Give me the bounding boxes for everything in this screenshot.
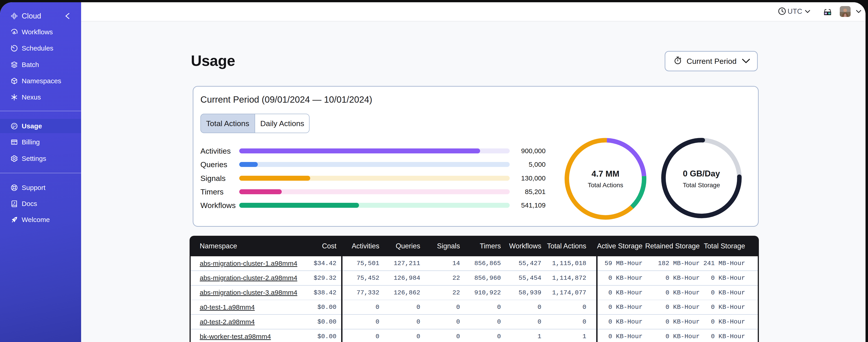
- svg-text:0 GB/Day: 0 GB/Day: [683, 169, 720, 178]
- svg-text:4.7 MM: 4.7 MM: [591, 169, 619, 178]
- svg-text:Total Storage: Total Storage: [683, 181, 720, 189]
- svg-text:Total Actions: Total Actions: [588, 181, 623, 189]
